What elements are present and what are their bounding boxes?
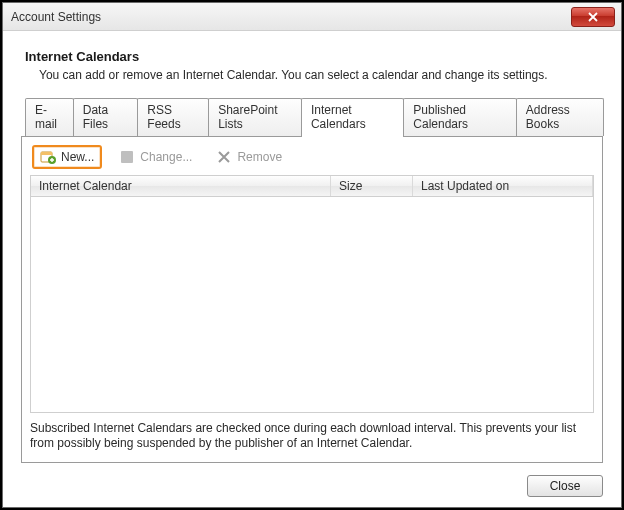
tab-panel-internet-calendars: New... Change... Remove Interne	[21, 136, 603, 463]
change-icon	[119, 149, 135, 165]
page-subtitle: You can add or remove an Internet Calend…	[25, 68, 599, 82]
tab-rss-feeds[interactable]: RSS Feeds	[137, 98, 209, 136]
remove-icon	[216, 149, 232, 165]
toolbar: New... Change... Remove	[30, 145, 594, 175]
window-title: Account Settings	[11, 10, 571, 24]
calendar-list: Internet Calendar Size Last Updated on	[30, 175, 594, 413]
account-settings-dialog: Account Settings Internet Calendars You …	[2, 2, 622, 508]
change-button: Change...	[112, 146, 199, 168]
tab-internet-calendars[interactable]: Internet Calendars	[301, 98, 404, 137]
remove-button: Remove	[209, 146, 289, 168]
tab-address-books[interactable]: Address Books	[516, 98, 604, 136]
close-icon	[588, 12, 598, 22]
new-calendar-icon	[40, 149, 56, 165]
calendar-list-body	[31, 197, 593, 412]
window-close-button[interactable]	[571, 7, 615, 27]
page-title: Internet Calendars	[25, 49, 599, 64]
tabstrip: E-mail Data Files RSS Feeds SharePoint L…	[21, 98, 603, 136]
tab-data-files[interactable]: Data Files	[73, 98, 139, 136]
tab-published-calendars[interactable]: Published Calendars	[403, 98, 517, 136]
svg-rect-1	[41, 152, 52, 155]
column-header-name[interactable]: Internet Calendar	[31, 176, 331, 196]
column-header-size[interactable]: Size	[331, 176, 413, 196]
close-button[interactable]: Close	[527, 475, 603, 497]
svg-rect-3	[121, 151, 133, 163]
tab-sharepoint-lists[interactable]: SharePoint Lists	[208, 98, 302, 136]
calendar-list-header: Internet Calendar Size Last Updated on	[31, 176, 593, 197]
dialog-footer: Close	[21, 463, 603, 497]
titlebar: Account Settings	[3, 3, 621, 31]
dialog-header: Internet Calendars You can add or remove…	[21, 45, 603, 98]
tab-email[interactable]: E-mail	[25, 98, 74, 136]
new-button[interactable]: New...	[32, 145, 102, 169]
note-text: Subscribed Internet Calendars are checke…	[30, 413, 594, 452]
column-header-updated[interactable]: Last Updated on	[413, 176, 593, 196]
